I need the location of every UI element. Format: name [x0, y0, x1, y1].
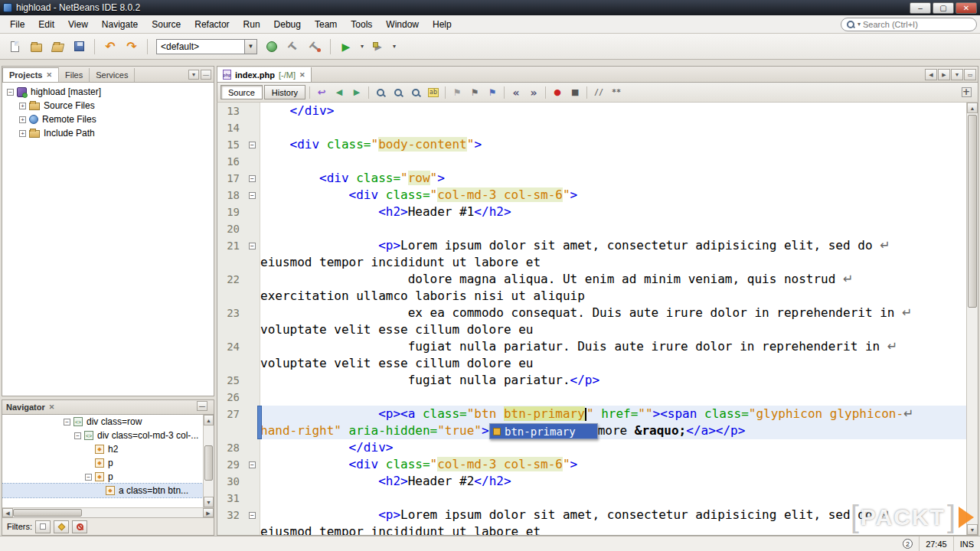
- code-text[interactable]: hand-right" aria-hidden="true">more &raq…: [260, 422, 966, 439]
- tab-list-icon[interactable]: ▼: [951, 69, 963, 80]
- code-text[interactable]: <div class="col-md-3 col-sm-6">: [260, 456, 966, 473]
- expander-minus-icon[interactable]: −: [85, 474, 92, 481]
- menu-help[interactable]: Help: [426, 17, 459, 32]
- code-text[interactable]: <div class="body-content">: [260, 136, 966, 153]
- open-project-button[interactable]: [47, 37, 67, 57]
- find-previous-button[interactable]: [407, 84, 424, 101]
- uncomment-button[interactable]: [608, 84, 625, 101]
- shift-right-button[interactable]: [525, 84, 542, 101]
- menu-team[interactable]: Team: [308, 17, 344, 32]
- new-project-button[interactable]: [26, 37, 46, 57]
- code-text[interactable]: fugiat nulla pariatur.</p>: [260, 372, 966, 389]
- fold-toggle-icon[interactable]: −: [249, 243, 256, 249]
- history-view-button[interactable]: History: [264, 85, 305, 99]
- scroll-left-icon[interactable]: ◀: [2, 508, 13, 517]
- scroll-down-icon[interactable]: ▼: [204, 497, 214, 507]
- next-bookmark-button[interactable]: [466, 84, 483, 101]
- code-text[interactable]: </div>: [260, 103, 966, 119]
- navigator-vertical-scrollbar[interactable]: ▲ ▼: [203, 415, 214, 507]
- filter-show-attributes-button[interactable]: [54, 520, 69, 533]
- build-button[interactable]: [283, 37, 303, 57]
- code-text[interactable]: <h2>Header #1</h2>: [260, 204, 966, 220]
- navigator-minimize-icon[interactable]: —: [197, 401, 207, 411]
- menu-edit[interactable]: Edit: [31, 17, 61, 32]
- code-text[interactable]: ex ea commodo consequat. Duis aute irure…: [260, 305, 966, 321]
- save-all-button[interactable]: [69, 37, 89, 57]
- project-config-combo[interactable]: <default>▼: [156, 39, 257, 54]
- panel-tab-projects[interactable]: Projects✕: [2, 67, 59, 82]
- tab-index-php[interactable]: php index.php [-/M] ✕: [217, 67, 312, 82]
- menu-tools[interactable]: Tools: [344, 17, 379, 32]
- quick-search[interactable]: ▾: [841, 18, 977, 31]
- code-text[interactable]: <p><a class="btn btn-primary" href=""><s…: [260, 406, 966, 422]
- code-text[interactable]: <div class="row">: [260, 170, 966, 187]
- navigator-horizontal-scrollbar[interactable]: ◀ ▶: [2, 507, 214, 517]
- deploy-button[interactable]: [262, 37, 282, 57]
- back-button[interactable]: [331, 84, 348, 101]
- filter-show-content-button[interactable]: [72, 520, 87, 533]
- editor-vertical-scrollbar[interactable]: ▲ ▼: [966, 103, 978, 535]
- find-next-button[interactable]: [390, 84, 407, 101]
- minimize-button[interactable]: –: [910, 2, 931, 14]
- previous-bookmark-button[interactable]: [449, 84, 466, 101]
- navigator-hscroll-thumb[interactable]: [13, 509, 82, 517]
- fold-toggle-icon[interactable]: −: [249, 461, 256, 468]
- completion-item[interactable]: btn-primary: [490, 424, 597, 439]
- toggle-bookmark-button[interactable]: [484, 84, 501, 101]
- tree-item-h2[interactable]: ◆h2: [2, 442, 214, 456]
- shift-left-button[interactable]: [508, 84, 524, 101]
- combo-arrow-icon[interactable]: ▼: [244, 40, 256, 54]
- code-text[interactable]: eiusmod tempor incididunt ut labore et: [260, 254, 966, 271]
- menu-refactor[interactable]: Refactor: [188, 17, 236, 32]
- notifications-cell[interactable]: 2: [897, 536, 919, 551]
- editor-toolbar-overflow-button[interactable]: [958, 84, 975, 101]
- code-text[interactable]: eiusmod tempor incididunt ut labore et: [260, 523, 966, 536]
- fold-toggle-icon[interactable]: −: [249, 142, 256, 148]
- code-text[interactable]: <h2>Header #2</h2>: [260, 473, 966, 490]
- code-text[interactable]: </div>: [260, 439, 966, 456]
- tree-item-div-class-row[interactable]: −<>div class=row: [2, 415, 214, 429]
- code-text[interactable]: voluptate velit esse cillum dolore eu: [260, 355, 966, 372]
- tree-item-p[interactable]: −◆p: [2, 470, 214, 484]
- highlight-search-button[interactable]: [425, 84, 442, 101]
- editor-scroll-thumb[interactable]: [968, 115, 977, 308]
- menu-window[interactable]: Window: [379, 17, 426, 32]
- code-text[interactable]: [260, 490, 966, 507]
- expander-minus-icon[interactable]: −: [64, 419, 70, 425]
- search-dropdown-icon[interactable]: ▾: [858, 21, 861, 28]
- fold-toggle-icon[interactable]: −: [249, 192, 256, 199]
- redo-button[interactable]: [122, 37, 142, 57]
- comment-button[interactable]: [590, 84, 607, 101]
- maximize-editor-icon[interactable]: ▭: [964, 69, 976, 80]
- undo-button[interactable]: [100, 37, 120, 57]
- code-text[interactable]: dolore magna aliqua. Ut enim ad minim ve…: [260, 271, 966, 288]
- menu-navigate[interactable]: Navigate: [95, 17, 145, 32]
- expander-plus-icon[interactable]: +: [19, 130, 26, 137]
- fold-toggle-icon[interactable]: −: [249, 512, 256, 519]
- code-text[interactable]: <p>Lorem ipsum dolor sit amet, consectet…: [260, 237, 966, 254]
- panel-minimize-icon[interactable]: —: [201, 70, 211, 80]
- expander-plus-icon[interactable]: +: [19, 103, 26, 109]
- editor-scroll-down-icon[interactable]: ▼: [967, 524, 978, 535]
- code-text[interactable]: voluptate velit esse cillum dolore eu: [260, 321, 966, 338]
- last-edit-button[interactable]: [313, 84, 330, 101]
- stop-macro-button[interactable]: [567, 84, 583, 101]
- tree-item-p[interactable]: ◆p: [2, 456, 214, 470]
- tree-item-highload-master[interactable]: −highload [master]: [2, 85, 214, 99]
- expander-minus-icon[interactable]: −: [7, 89, 14, 96]
- navigator-scroll-thumb[interactable]: [204, 445, 213, 481]
- tab-scroll-left-icon[interactable]: ◀: [925, 69, 937, 80]
- tree-item-include-path[interactable]: +Include Path: [2, 126, 214, 140]
- menu-view[interactable]: View: [61, 17, 95, 32]
- expander-plus-icon[interactable]: +: [19, 116, 26, 123]
- panel-menu-icon[interactable]: ▾: [188, 70, 199, 80]
- code-text[interactable]: exercitation ullamco laboris nisi ut ali…: [260, 288, 966, 305]
- fold-toggle-icon[interactable]: −: [249, 175, 256, 182]
- navigator-close-icon[interactable]: ✕: [49, 403, 55, 411]
- panel-tab-services[interactable]: Services: [90, 68, 135, 82]
- code-text[interactable]: [260, 220, 966, 237]
- menu-run[interactable]: Run: [237, 17, 267, 32]
- run-menu-dropdown-icon[interactable]: ▾: [358, 37, 367, 57]
- clean-build-button[interactable]: [305, 37, 325, 57]
- find-selection-button[interactable]: [372, 84, 389, 101]
